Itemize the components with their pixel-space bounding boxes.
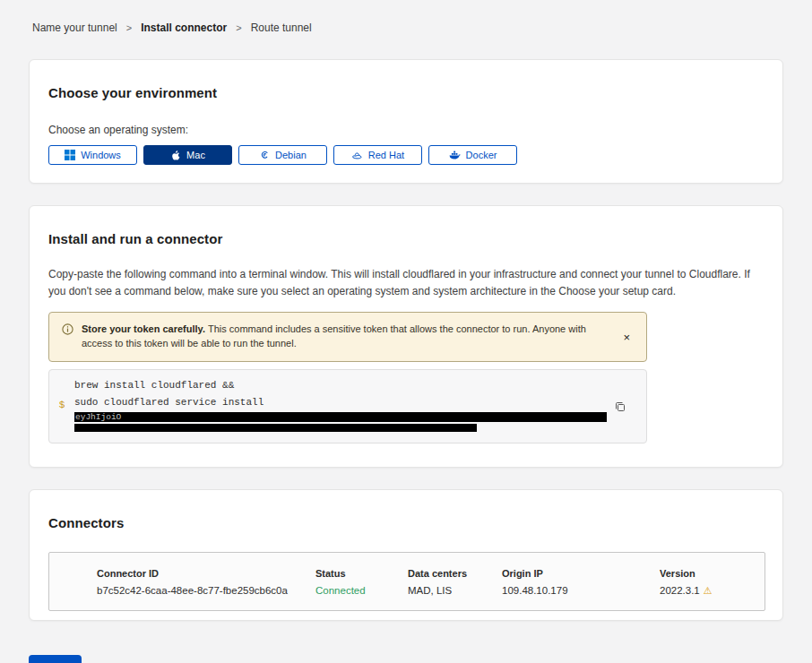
header-data-centers: Data centers — [408, 568, 502, 579]
breadcrumb-step-install-connector[interactable]: Install connector — [141, 22, 227, 34]
command-line-1: brew install cloudflared && — [74, 377, 607, 394]
connectors-card-title: Connectors — [48, 515, 764, 530]
debian-icon — [259, 150, 270, 160]
header-origin-ip: Origin IP — [502, 568, 660, 579]
token-warning-title: Store your token carefully. — [82, 323, 205, 334]
breadcrumb-step-name-your-tunnel[interactable]: Name your tunnel — [32, 22, 117, 34]
install-description: Copy-paste the following command into a … — [48, 266, 761, 299]
data-centers-value: MAD, LIS — [408, 585, 502, 596]
os-button-label: Docker — [466, 150, 497, 160]
version-value: 2022.3.1 ⚠ — [660, 585, 764, 596]
docker-icon — [449, 151, 461, 159]
os-button-windows[interactable]: Windows — [48, 145, 137, 165]
install-card-title: Install and run a connector — [48, 231, 764, 246]
os-button-label: Mac — [186, 150, 205, 160]
install-command-lines: brew install cloudflared && sudo cloudfl… — [74, 377, 607, 432]
token-visible-prefix: eyJhIjoiO — [74, 413, 121, 422]
os-button-debian[interactable]: Debian — [238, 145, 327, 165]
install-connector-card: Install and run a connector Copy-paste t… — [29, 205, 783, 468]
os-button-label: Windows — [81, 150, 121, 160]
os-button-group: Windows Mac Debian Red Hat — [48, 145, 764, 165]
environment-card-title: Choose your environment — [48, 85, 764, 100]
breadcrumb-separator: > — [236, 22, 241, 33]
breadcrumb: Name your tunnel > Install connector > R… — [0, 0, 812, 59]
table-row: b7c52c42-6caa-48ee-8c77-fbe259cb6c0a Con… — [49, 579, 764, 610]
terminal-prompt: $ — [49, 377, 74, 432]
os-button-label: Debian — [275, 150, 307, 160]
command-line-2: sudo cloudflared service install — [74, 394, 607, 411]
os-button-label: Red Hat — [368, 150, 404, 160]
breadcrumb-separator: > — [126, 22, 132, 33]
install-command-code-block: $ brew install cloudflared && sudo cloud… — [48, 369, 647, 443]
environment-card: Choose your environment Choose an operat… — [29, 59, 783, 184]
version-number: 2022.3.1 — [660, 585, 700, 596]
connector-id-value: b7c52c42-6caa-48ee-8c77-fbe259cb6c0a — [97, 585, 315, 596]
redhat-icon — [351, 151, 363, 160]
token-warning-text: Store your token carefully.This command … — [82, 323, 611, 351]
next-button[interactable]: Next — [29, 655, 82, 663]
apple-icon — [170, 150, 181, 161]
connectors-table-header: Connector ID Status Data centers Origin … — [49, 553, 764, 579]
header-connector-id: Connector ID — [97, 568, 315, 579]
token-redaction-bar-2 — [74, 424, 477, 432]
breadcrumb-step-route-tunnel[interactable]: Route tunnel — [251, 22, 312, 34]
connectors-card: Connectors Connector ID Status Data cent… — [29, 489, 783, 621]
warning-icon: ⚠ — [704, 586, 713, 596]
connectors-table: Connector ID Status Data centers Origin … — [48, 552, 765, 611]
origin-ip-value: 109.48.10.179 — [502, 585, 660, 596]
header-status: Status — [315, 568, 408, 579]
info-icon — [62, 323, 73, 335]
os-select-label: Choose an operating system: — [48, 124, 764, 136]
os-button-redhat[interactable]: Red Hat — [333, 145, 422, 165]
token-redaction-bar-1: eyJhIjoiO — [74, 412, 607, 422]
windows-icon — [65, 150, 75, 160]
status-badge: Connected — [315, 585, 408, 596]
header-version: Version — [660, 568, 764, 579]
close-icon[interactable]: × — [619, 330, 634, 345]
os-button-docker[interactable]: Docker — [428, 145, 517, 165]
token-warning-alert: Store your token carefully.This command … — [48, 312, 647, 362]
os-button-mac[interactable]: Mac — [143, 145, 232, 165]
copy-icon[interactable] — [612, 399, 628, 415]
